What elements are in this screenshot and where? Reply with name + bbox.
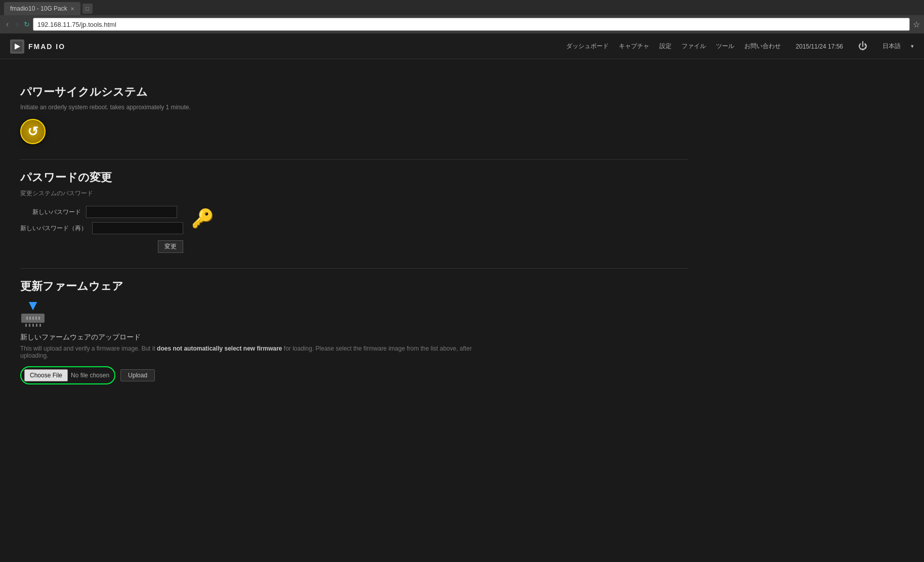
chip-pin [26, 317, 28, 320]
file-upload-row: Choose File No file chosen Upload [20, 366, 688, 384]
firmware-desc-prefix: This will upload and verify a firmware i… [20, 345, 157, 352]
nav-contact[interactable]: お問い合わせ [744, 42, 781, 51]
logo-area: FMAD IO [10, 39, 65, 54]
nav-settings[interactable]: 設定 [659, 42, 671, 51]
browser-chrome: fmadio10 - 10G Pack ✕ □ ‹ › ↻ ☆ [0, 0, 924, 34]
upload-button[interactable]: Upload [120, 369, 155, 381]
chip-leg [25, 324, 27, 327]
chip-body [21, 314, 45, 323]
choose-file-button[interactable]: Choose File [24, 369, 68, 381]
back-button[interactable]: ‹ [4, 19, 11, 30]
language-selector[interactable]: 日本語 [883, 42, 901, 51]
no-file-text: No file chosen [71, 372, 109, 379]
app-header: FMAD IO ダッシュボード キャプチャ 設定 ファイル ツール お問い合わせ… [0, 34, 924, 59]
chip-leg [29, 324, 30, 327]
logo-text: FMAD IO [28, 42, 65, 51]
chip-pin [35, 317, 37, 320]
download-arrow-icon: ▼ [26, 298, 40, 314]
chip-pins [26, 317, 40, 320]
chip-pin [29, 317, 31, 320]
firmware-section: 更新ファームウェア ▼ [20, 269, 688, 400]
nav-tools[interactable]: ツール [716, 42, 734, 51]
firmware-desc-bold: does not automatically select new firmwa… [157, 345, 282, 352]
firmware-icon-area: ▼ [20, 298, 688, 327]
browser-tab[interactable]: fmadio10 - 10G Pack ✕ [4, 2, 80, 15]
change-password-button[interactable]: 変更 [158, 240, 183, 253]
nav-files[interactable]: ファイル [682, 42, 706, 51]
confirm-password-label: 新しいパスワード（再） [20, 224, 87, 233]
bookmark-button[interactable]: ☆ [913, 20, 920, 29]
forward-button[interactable]: › [14, 19, 20, 30]
reboot-description: Initiate an orderly system reboot. takes… [20, 104, 688, 111]
reboot-title: パワーサイクルシステム [20, 84, 688, 100]
reboot-icon-symbol: ↺ [27, 124, 38, 140]
file-input-highlight: Choose File No file chosen [20, 366, 115, 384]
chip-leg [39, 324, 41, 327]
power-button[interactable]: ⏻ [858, 41, 867, 52]
chip-leg [32, 324, 34, 327]
tab-bar: fmadio10 - 10G Pack ✕ □ [0, 0, 924, 15]
nav-capture[interactable]: キャプチャ [619, 42, 649, 51]
new-password-input[interactable] [86, 206, 177, 218]
lang-dropdown-icon[interactable]: ▾ [911, 43, 914, 50]
chip-leg [36, 324, 37, 327]
datetime-display: 2015/11/24 17:56 [796, 43, 843, 50]
confirm-password-input[interactable] [92, 222, 183, 234]
firmware-icon: ▼ [20, 298, 46, 327]
firmware-description: This will upload and verify a firmware i… [20, 345, 476, 359]
new-password-label: 新しいパスワード [20, 208, 81, 217]
new-tab-button[interactable]: □ [82, 4, 93, 14]
firmware-subtitle: 新しいファームウェアのアップロード [20, 333, 688, 342]
tab-close-button[interactable]: ✕ [70, 6, 74, 12]
address-bar[interactable] [33, 18, 910, 31]
chip-legs [25, 324, 41, 327]
tab-title: fmadio10 - 10G Pack [10, 5, 67, 12]
chip-pin [38, 317, 40, 320]
new-password-row: 新しいパスワード [20, 206, 183, 218]
navigation-bar: ‹ › ↻ ☆ [0, 15, 924, 33]
main-nav: ダッシュボード キャプチャ 設定 ファイル ツール お問い合わせ 2015/11… [566, 41, 914, 52]
confirm-password-row: 新しいパスワード（再） [20, 222, 183, 234]
main-content: パワーサイクルシステム Initiate an orderly system r… [0, 59, 708, 415]
password-subtitle: 変更システムのパスワード [20, 189, 688, 198]
logo-icon [10, 39, 24, 54]
firmware-title: 更新ファームウェア [20, 279, 688, 294]
password-section: パスワードの変更 変更システムのパスワード 新しいパスワード 新しいパスワード（… [20, 160, 688, 269]
nav-dashboard[interactable]: ダッシュボード [566, 42, 609, 51]
password-title: パスワードの変更 [20, 170, 688, 185]
reboot-button[interactable]: ↺ [20, 119, 46, 144]
key-icon: 🔑 [191, 208, 214, 229]
chip-pin [32, 317, 34, 320]
reboot-section: パワーサイクルシステム Initiate an orderly system r… [20, 74, 688, 160]
refresh-button[interactable]: ↻ [24, 20, 30, 28]
